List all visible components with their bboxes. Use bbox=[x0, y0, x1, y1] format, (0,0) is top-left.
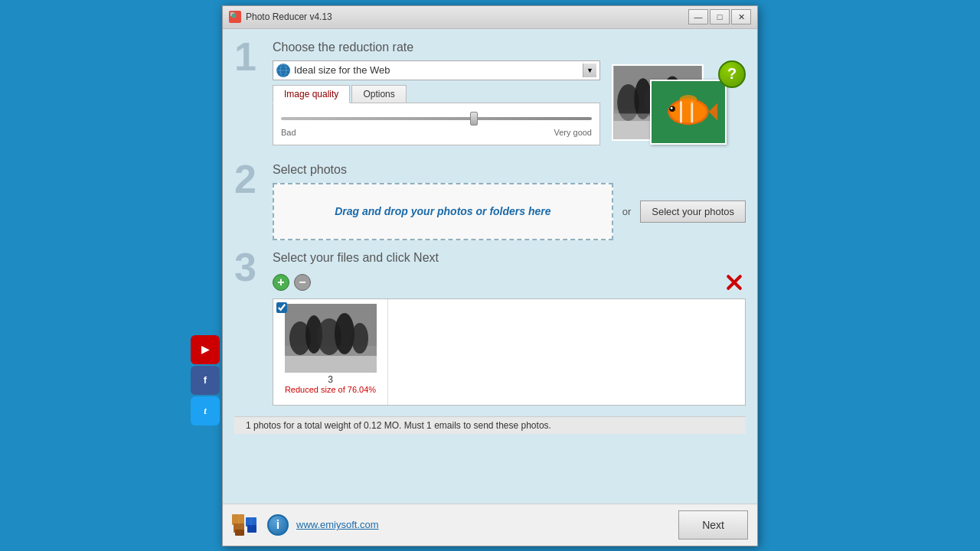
main-content: ▶ f t 1 Choose the reduction rate bbox=[223, 29, 757, 504]
step1-number: 1 bbox=[234, 37, 273, 77]
logo-icon bbox=[232, 511, 260, 539]
facebook-icon: f bbox=[204, 374, 207, 386]
reduction-left: Ideal size for the Web ▼ Image quality O… bbox=[273, 60, 600, 145]
svg-point-18 bbox=[670, 100, 707, 122]
tab-image-quality[interactable]: Image quality bbox=[273, 85, 350, 103]
dropdown-text: Ideal size for the Web bbox=[294, 64, 583, 76]
file-checkbox[interactable] bbox=[276, 302, 287, 313]
file-thumb-image bbox=[285, 304, 377, 373]
file-list-empty-area bbox=[388, 299, 745, 405]
photo-foreground-image bbox=[650, 80, 727, 145]
tab-panel-quality: Bad Very good bbox=[273, 103, 600, 145]
fish-thumbnail bbox=[652, 81, 725, 143]
application-window: Photo Reducer v4.13 — □ ✕ ▶ f t 1 Choose… bbox=[222, 5, 758, 546]
social-bar: ▶ f t bbox=[191, 335, 220, 425]
slider-good-label: Very good bbox=[554, 128, 592, 137]
dropdown-arrow-icon[interactable]: ▼ bbox=[583, 64, 596, 77]
svg-point-23 bbox=[671, 106, 673, 109]
svg-rect-1 bbox=[232, 14, 236, 18]
quality-slider-container: Bad Very good bbox=[281, 111, 592, 137]
step3-number: 3 bbox=[234, 247, 273, 287]
website-link[interactable]: www.emiysoft.com bbox=[296, 519, 379, 530]
youtube-button[interactable]: ▶ bbox=[191, 335, 220, 364]
step2-number: 2 bbox=[234, 159, 273, 199]
next-button[interactable]: Next bbox=[678, 510, 748, 540]
clear-button[interactable] bbox=[723, 271, 746, 294]
maximize-button[interactable]: □ bbox=[710, 9, 730, 24]
or-label: or bbox=[622, 206, 632, 217]
file-item: 3 Reduced size of 76.04% bbox=[273, 299, 388, 405]
select-photos-row: Drag and drop your photos or folders her… bbox=[273, 183, 746, 240]
facebook-button[interactable]: f bbox=[191, 366, 220, 395]
step1-title: Choose the reduction rate bbox=[273, 41, 746, 54]
step3-section: 3 Select your files and click Next + − bbox=[234, 251, 746, 406]
close-button[interactable]: ✕ bbox=[731, 9, 751, 24]
slider-track bbox=[281, 111, 592, 126]
step2-content: Select photos Drag and drop your photos … bbox=[273, 163, 746, 240]
window-title: Photo Reducer v4.13 bbox=[246, 11, 688, 22]
svg-rect-37 bbox=[247, 525, 256, 533]
status-text: 1 photos for a total weight of 0.12 MO. … bbox=[246, 420, 551, 431]
info-icon: i bbox=[267, 514, 289, 536]
step3-content: Select your files and click Next + − bbox=[273, 251, 746, 406]
youtube-icon: ▶ bbox=[201, 344, 209, 355]
reduction-section: Ideal size for the Web ▼ Image quality O… bbox=[273, 60, 746, 152]
step3-title: Select your files and click Next bbox=[273, 251, 746, 265]
step2-title: Select photos bbox=[273, 163, 746, 177]
remove-file-button[interactable]: − bbox=[294, 274, 311, 291]
svg-point-30 bbox=[335, 313, 354, 354]
slider-bad-label: Bad bbox=[281, 128, 296, 137]
title-bar: Photo Reducer v4.13 — □ ✕ bbox=[223, 6, 757, 29]
step1-content: Choose the reduction rate bbox=[273, 41, 746, 152]
file-size: Reduced size of 76.04% bbox=[285, 385, 376, 394]
help-icon: ? bbox=[727, 65, 737, 83]
svg-rect-35 bbox=[235, 530, 244, 536]
tab-options[interactable]: Options bbox=[351, 85, 406, 103]
slider-labels: Bad Very good bbox=[281, 128, 592, 137]
twitter-button[interactable]: t bbox=[191, 396, 220, 425]
status-bar: 1 photos for a total weight of 0.12 MO. … bbox=[234, 416, 746, 434]
globe-icon bbox=[276, 64, 290, 77]
svg-rect-33 bbox=[232, 514, 244, 525]
app-icon bbox=[229, 11, 241, 23]
quality-slider-thumb[interactable] bbox=[470, 112, 478, 126]
file-thumbnail bbox=[285, 304, 377, 373]
step1-section: 1 Choose the reduction rate bbox=[234, 41, 746, 152]
footer: i www.emiysoft.com Next bbox=[223, 504, 757, 546]
file-actions: + − bbox=[273, 271, 746, 294]
tabs-container: Image quality Options bbox=[273, 85, 600, 103]
svg-rect-32 bbox=[285, 356, 377, 373]
select-photos-button[interactable]: Select your photos bbox=[640, 201, 746, 223]
slider-background bbox=[281, 117, 592, 120]
minimize-button[interactable]: — bbox=[688, 9, 708, 24]
clear-icon bbox=[724, 272, 744, 292]
window-controls: — □ ✕ bbox=[688, 9, 751, 24]
photo-preview-area: ? bbox=[608, 60, 746, 152]
add-file-button[interactable]: + bbox=[273, 274, 289, 291]
reduction-dropdown[interactable]: Ideal size for the Web ▼ bbox=[273, 60, 600, 80]
svg-point-24 bbox=[680, 95, 697, 103]
file-list: 3 Reduced size of 76.04% bbox=[273, 298, 746, 406]
file-name: 3 bbox=[328, 374, 333, 385]
drop-zone-text: Drag and drop your photos or folders her… bbox=[335, 205, 550, 217]
drop-zone[interactable]: Drag and drop your photos or folders her… bbox=[273, 183, 613, 240]
twitter-icon: t bbox=[204, 405, 207, 417]
app-logo bbox=[232, 511, 260, 539]
step2-section: 2 Select photos Drag and drop your photo… bbox=[234, 163, 746, 240]
svg-point-31 bbox=[351, 323, 368, 354]
help-button[interactable]: ? bbox=[718, 60, 746, 88]
